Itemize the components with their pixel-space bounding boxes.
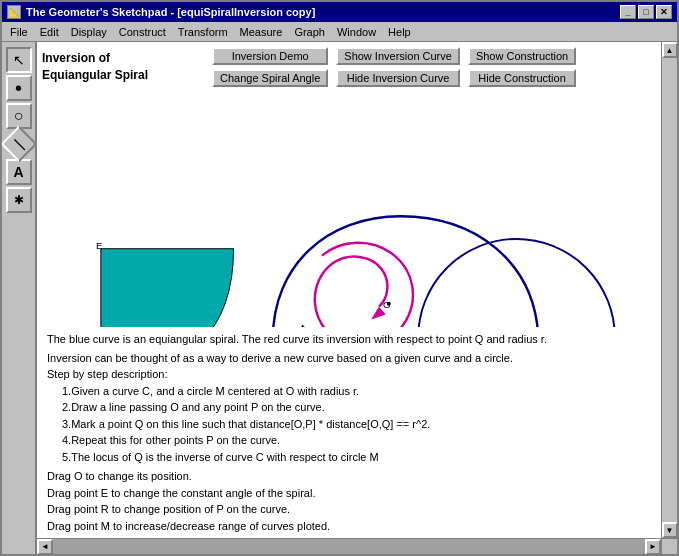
- desc-drag1: Drag O to change its position.: [47, 468, 651, 485]
- menu-file[interactable]: File: [4, 24, 34, 40]
- title-controls: _ □ ✕: [620, 5, 672, 19]
- title-bar-left: 📐 The Geometer's Sketchpad - [equiSpiral…: [7, 5, 315, 19]
- desc-step4: 4.Repeat this for other points P on the …: [62, 432, 651, 449]
- show-inversion-button[interactable]: Show Inversion Curve: [336, 47, 460, 65]
- desc-step1: 1.Given a curve C, and a circle M center…: [62, 383, 651, 400]
- menu-graph[interactable]: Graph: [288, 24, 331, 40]
- desc-drag3: Drag point R to change position of P on …: [47, 501, 651, 518]
- desc-line1: The blue curve is an equiangular spiral.…: [47, 331, 651, 348]
- scroll-left-button[interactable]: ◄: [37, 539, 53, 555]
- desc-step2: 2.Draw a line passing O and any point P …: [62, 399, 651, 416]
- custom-tool[interactable]: ✱: [6, 187, 32, 213]
- menu-window[interactable]: Window: [331, 24, 382, 40]
- hide-inversion-button[interactable]: Hide Inversion Curve: [336, 69, 460, 87]
- scroll-right-button[interactable]: ►: [645, 539, 661, 555]
- menu-measure[interactable]: Measure: [234, 24, 289, 40]
- desc-line4: Step by step description:: [47, 366, 651, 383]
- horizontal-scrollbar: ◄ ►: [37, 538, 661, 554]
- scrollbar-corner: [661, 538, 677, 554]
- minimize-button[interactable]: _: [620, 5, 636, 19]
- scroll-track-h[interactable]: [53, 539, 645, 554]
- window-title: The Geometer's Sketchpad - [equiSpiralIn…: [26, 6, 315, 18]
- canvas-area: Inversion Demo Change Spiral Angle Show …: [37, 42, 661, 538]
- show-construction-button[interactable]: Show Construction: [468, 47, 576, 65]
- button-group-right: Show Construction Hide Construction: [468, 47, 576, 87]
- desc-drag4: Drag point M to increase/decrease range …: [47, 518, 651, 535]
- button-group-left: Inversion Demo Change Spiral Angle: [212, 47, 328, 87]
- button-group-mid: Show Inversion Curve Hide Inversion Curv…: [336, 47, 460, 87]
- main-content: ↖ • ○ | A ✱ Inversion Demo Change Spiral…: [2, 42, 677, 554]
- main-window: 📐 The Geometer's Sketchpad - [equiSpiral…: [0, 0, 679, 556]
- svg-point-9: [387, 302, 391, 306]
- desc-drag2: Drag point E to change the constant angl…: [47, 485, 651, 502]
- line-tool[interactable]: |: [2, 126, 37, 163]
- title-bar: 📐 The Geometer's Sketchpad - [equiSpiral…: [2, 2, 677, 22]
- menu-edit[interactable]: Edit: [34, 24, 65, 40]
- arrow-tool[interactable]: ↖: [6, 47, 32, 73]
- menu-transform[interactable]: Transform: [172, 24, 234, 40]
- maximize-button[interactable]: □: [638, 5, 654, 19]
- menu-bar: File Edit Display Construct Transform Me…: [2, 22, 677, 42]
- close-button[interactable]: ✕: [656, 5, 672, 19]
- scroll-up-button[interactable]: ▲: [662, 42, 678, 58]
- svg-text:E: E: [96, 240, 103, 251]
- hide-construction-button[interactable]: Hide Construction: [468, 69, 576, 87]
- desc-step3: 3.Mark a point Q on this line such that …: [62, 416, 651, 433]
- menu-display[interactable]: Display: [65, 24, 113, 40]
- menu-construct[interactable]: Construct: [113, 24, 172, 40]
- point-tool[interactable]: •: [6, 75, 32, 101]
- inversion-demo-button[interactable]: Inversion Demo: [212, 47, 328, 65]
- app-icon: 📐: [7, 5, 21, 19]
- change-spiral-button[interactable]: Change Spiral Angle: [212, 69, 328, 87]
- menu-help[interactable]: Help: [382, 24, 417, 40]
- toolbar: ↖ • ○ | A ✱: [2, 42, 37, 554]
- desc-step5: 5.The locus of Q is the inverse of curve…: [62, 449, 651, 466]
- bottom-bar: ◄ ►: [37, 538, 677, 554]
- desc-line3: Inversion can be thought of as a way to …: [47, 350, 651, 367]
- scroll-down-button[interactable]: ▼: [662, 522, 678, 538]
- text-tool[interactable]: A: [6, 159, 32, 185]
- vertical-scrollbar: ▲ ▼: [661, 42, 677, 538]
